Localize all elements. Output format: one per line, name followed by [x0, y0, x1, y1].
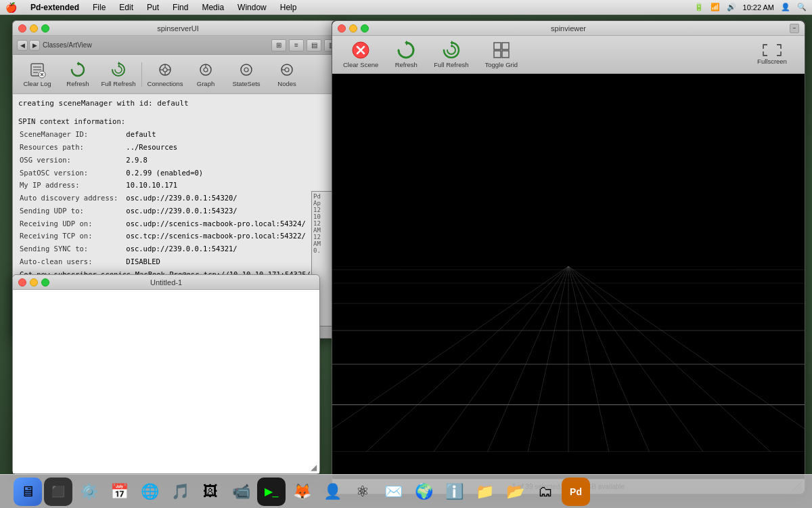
spinviewer-title-controls: −: [790, 24, 799, 33]
dock-pd[interactable]: Pd: [562, 478, 590, 506]
fullscreen-button[interactable]: Fullscreen: [745, 39, 799, 71]
label: Receiving UDP on:: [20, 219, 125, 230]
search-menu-icon[interactable]: 🔍: [797, 3, 807, 12]
dock-system-prefs[interactable]: ⚙️: [74, 478, 103, 506]
spinviewer-viewport[interactable]: [332, 74, 805, 479]
spinviewer-close[interactable]: [338, 24, 346, 33]
table-row: Receiving TCP on: osc.tcp://scenics-macb…: [20, 231, 315, 242]
sv-full-refresh-icon: [441, 40, 461, 60]
dock-launchpad[interactable]: ⬛: [44, 478, 72, 506]
contacts-icon: 👤: [323, 483, 342, 501]
dock-firefox[interactable]: 🦊: [288, 478, 316, 506]
menu-edit[interactable]: Edit: [116, 3, 136, 12]
dock-folder2[interactable]: 📂: [501, 478, 529, 506]
dock-photos[interactable]: 🖼: [196, 478, 225, 506]
dock-contacts[interactable]: 👤: [318, 478, 346, 506]
toggle-grid-button[interactable]: Toggle Grid: [480, 39, 524, 71]
photos-icon: 🖼: [203, 483, 218, 501]
close-button[interactable]: [18, 24, 26, 33]
info-icon: ℹ️: [445, 483, 464, 501]
view-columns[interactable]: ▤: [307, 39, 321, 51]
svg-point-17: [204, 68, 208, 72]
label: Auto discovery address:: [20, 193, 125, 205]
menu-file[interactable]: File: [90, 3, 108, 12]
maximize-button[interactable]: [41, 24, 49, 33]
battery-icon: 🔋: [694, 3, 704, 12]
svg-rect-31: [502, 43, 509, 49]
sv-full-refresh-button[interactable]: Full Refresh: [428, 39, 474, 71]
context-title: SPIN context information:: [18, 117, 338, 127]
value: DISABLED: [126, 257, 315, 268]
menu-help[interactable]: Help: [277, 3, 300, 12]
dock-terminal[interactable]: ▶_: [257, 478, 286, 506]
dock-finder[interactable]: 🖥: [14, 478, 42, 506]
desktop: sh spinserverUI ◀ ▶ Classes/ArtView ⊞ ≡ …: [0, 15, 812, 474]
toolbar-divider: [141, 62, 142, 87]
dock-calendar[interactable]: 📅: [105, 478, 133, 506]
connections-button[interactable]: Connections: [146, 58, 184, 91]
table-row: Sending SYNC to: osc.udp://239.0.0.1:543…: [20, 244, 315, 255]
table-row: Auto-clean users: DISABLED: [20, 257, 315, 268]
nav-back[interactable]: ◀: [17, 40, 28, 51]
untitled-close[interactable]: [18, 278, 26, 287]
svg-marker-27: [406, 41, 409, 45]
nav-view-controls: ⊞ ≡ ▤ ▥: [271, 39, 339, 51]
dock-atom[interactable]: ⚛: [348, 478, 377, 506]
clear-scene-button[interactable]: Clear Scene: [338, 39, 384, 71]
terminal-icon: ▶_: [265, 485, 279, 498]
untitled-title: Untitled-1: [150, 278, 182, 287]
menu-pd[interactable]: Pd-extended: [28, 3, 82, 12]
dock-info[interactable]: ℹ️: [440, 478, 468, 506]
svg-marker-28: [451, 41, 454, 45]
untitled-canvas[interactable]: ◢: [13, 290, 319, 473]
clear-log-button[interactable]: Clear Log: [18, 58, 56, 91]
music-icon: 🎵: [171, 483, 189, 501]
dock-music[interactable]: 🎵: [166, 478, 194, 506]
spinviewer-collapse[interactable]: −: [790, 24, 799, 33]
mail-icon: ✉️: [384, 483, 403, 501]
untitled-minimize[interactable]: [30, 278, 38, 287]
svg-line-50: [568, 266, 771, 452]
label: SceneManager ID:: [20, 129, 125, 141]
spinviewer-window: spinviewer − Clear Scene: [332, 20, 805, 494]
refresh-button[interactable]: Refresh: [59, 58, 97, 91]
menu-media[interactable]: Media: [199, 3, 227, 12]
spinserver-title: spinserverUI: [157, 24, 199, 33]
value: ../Resources: [126, 142, 315, 154]
view-list[interactable]: ≡: [289, 39, 304, 51]
spinserver-titlebar: spinserverUI: [13, 21, 343, 36]
statesets-button[interactable]: StateSets: [227, 58, 265, 91]
dock-chrome[interactable]: 🌐: [135, 478, 164, 506]
minimize-button[interactable]: [30, 24, 38, 33]
svg-point-20: [244, 68, 248, 72]
sv-refresh-button[interactable]: Refresh: [389, 39, 423, 71]
apple-menu[interactable]: 🍎: [5, 2, 17, 13]
view-icons[interactable]: ⊞: [271, 39, 286, 51]
menu-window[interactable]: Window: [235, 3, 269, 12]
untitled-maximize[interactable]: [41, 278, 49, 287]
dock-folder3[interactable]: 🗂: [531, 478, 560, 506]
menu-put[interactable]: Put: [144, 3, 162, 12]
menu-find[interactable]: Find: [170, 3, 191, 12]
full-refresh-icon: [109, 60, 128, 79]
spinviewer-maximize[interactable]: [361, 24, 369, 33]
menubar-right: 🔋 📶 🔊 10:22 AM 👤 🔍: [694, 3, 807, 12]
value: osc.tcp://scenics-macbook-pro.local:5432…: [126, 231, 315, 242]
table-row: My IP address: 10.10.10.171: [20, 180, 315, 192]
volume-icon: 🔊: [727, 3, 736, 12]
graph-button[interactable]: Graph: [187, 58, 225, 91]
nav-forward[interactable]: ▶: [29, 40, 40, 51]
svg-point-11: [163, 68, 167, 72]
dock-facetime[interactable]: 📹: [227, 478, 255, 506]
finder-icon: 🖥: [20, 483, 35, 501]
spinviewer-minimize[interactable]: [349, 24, 357, 33]
untitled-titlebar: Untitled-1: [13, 275, 319, 290]
untitled-resize[interactable]: ◢: [309, 463, 318, 472]
dock-folder1[interactable]: 📁: [470, 478, 499, 506]
refresh-label: Refresh: [66, 81, 89, 87]
dock-globe[interactable]: 🌍: [409, 478, 438, 506]
full-refresh-button[interactable]: Full Refresh: [99, 58, 137, 91]
dock-mail[interactable]: ✉️: [379, 478, 407, 506]
atom-icon: ⚛: [356, 483, 369, 501]
nodes-button[interactable]: Nodes: [268, 58, 306, 91]
